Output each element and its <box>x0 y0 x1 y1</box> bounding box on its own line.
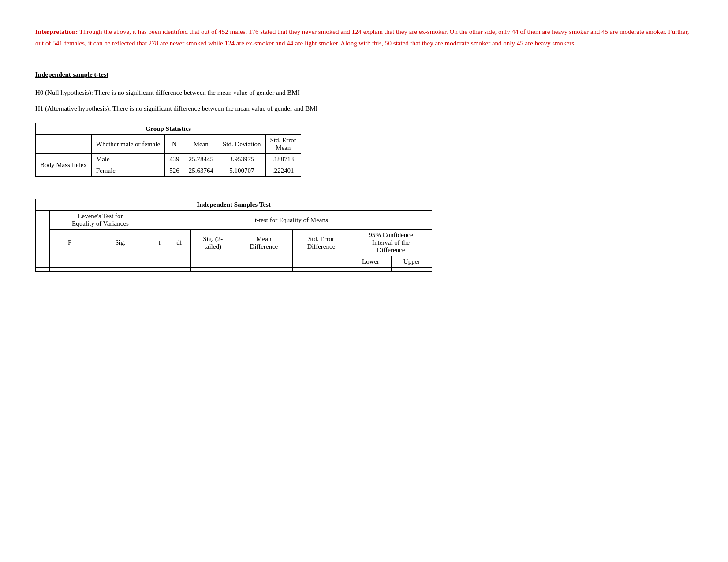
gs-female-std-dev: 5.100707 <box>218 165 265 177</box>
ind-mean-diff-val <box>235 268 292 272</box>
interpretation-label: Interpretation: <box>35 28 78 35</box>
col-mean-diff: MeanDifference <box>235 230 292 256</box>
gs-male-mean: 25.78445 <box>184 154 218 165</box>
group-stats-title: Group Statistics <box>36 123 301 135</box>
gs-header-std-dev: Std. Deviation <box>218 135 265 154</box>
ind-empty <box>36 211 50 268</box>
ind-lower-val <box>350 268 391 272</box>
gs-label: Body Mass Index <box>36 154 92 177</box>
ind-sig2-val <box>190 268 235 272</box>
gs-male-std-dev: 3.953975 <box>218 154 265 165</box>
ind-std-err-val <box>292 268 350 272</box>
group-stats-row-male: Body Mass Index Male 439 25.78445 3.9539… <box>36 154 301 165</box>
gs-header-n: N <box>165 135 184 154</box>
gs-header-gender: Whether male or female <box>91 135 164 154</box>
ind-samples-title: Independent Samples Test <box>36 199 432 211</box>
col-t2 <box>151 256 168 268</box>
ind-body-label <box>36 268 50 272</box>
gs-female-n: 526 <box>165 165 184 177</box>
ind-samples-data-row <box>36 268 432 272</box>
gs-header-std-err: Std. ErrorMean <box>265 135 301 154</box>
ind-f-val <box>50 268 90 272</box>
levene-header: Levene's Test for Equality of Variances <box>50 211 151 230</box>
col-f: F <box>50 230 90 256</box>
col-lower: Lower <box>350 256 391 268</box>
col-t: t <box>151 230 168 256</box>
h1-text: H1 (Alternative hypothesis): There is no… <box>35 103 693 115</box>
ind-upper-val <box>392 268 432 272</box>
col-df: df <box>168 230 190 256</box>
col-sig2b <box>90 256 151 268</box>
col-df2 <box>168 256 190 268</box>
interpretation-text: Through the above, it has been identifie… <box>35 28 689 47</box>
ind-sig-val <box>90 268 151 272</box>
col-conf95: 95% ConfidenceInterval of theDifference <box>350 230 432 256</box>
col-sig2: Sig. (2-tailed) <box>190 230 235 256</box>
gs-female-group: Female <box>91 165 164 177</box>
col-sig: Sig. <box>90 230 151 256</box>
group-statistics-table-wrapper: Group Statistics Whether male or female … <box>35 123 693 177</box>
col-upper: Upper <box>392 256 432 268</box>
h0-text: H0 (Null hypothesis): There is no signif… <box>35 87 693 99</box>
gs-male-n: 439 <box>165 154 184 165</box>
ind-samples-table: Independent Samples Test Levene's Test f… <box>35 199 432 272</box>
gs-header-empty1 <box>36 135 92 154</box>
ttest-header: t-test for Equality of Means <box>151 211 432 230</box>
interpretation-block: Interpretation: Through the above, it ha… <box>35 26 693 49</box>
col-std-err-diff: Std. ErrorDifference <box>292 230 350 256</box>
ind-samples-table-wrapper: Independent Samples Test Levene's Test f… <box>35 199 693 272</box>
gs-male-group: Male <box>91 154 164 165</box>
gs-female-std-err: .222401 <box>265 165 301 177</box>
col-mean-diff2 <box>235 256 292 268</box>
ind-df-val <box>168 268 190 272</box>
col-f2 <box>50 256 90 268</box>
ind-t-val <box>151 268 168 272</box>
col-sig2c <box>190 256 235 268</box>
gs-header-mean: Mean <box>184 135 218 154</box>
gs-female-mean: 25.63764 <box>184 165 218 177</box>
group-statistics-table: Group Statistics Whether male or female … <box>35 123 301 177</box>
section-heading: Independent sample t-test <box>35 71 693 78</box>
col-std-err-diff2 <box>292 256 350 268</box>
gs-male-std-err: .188713 <box>265 154 301 165</box>
